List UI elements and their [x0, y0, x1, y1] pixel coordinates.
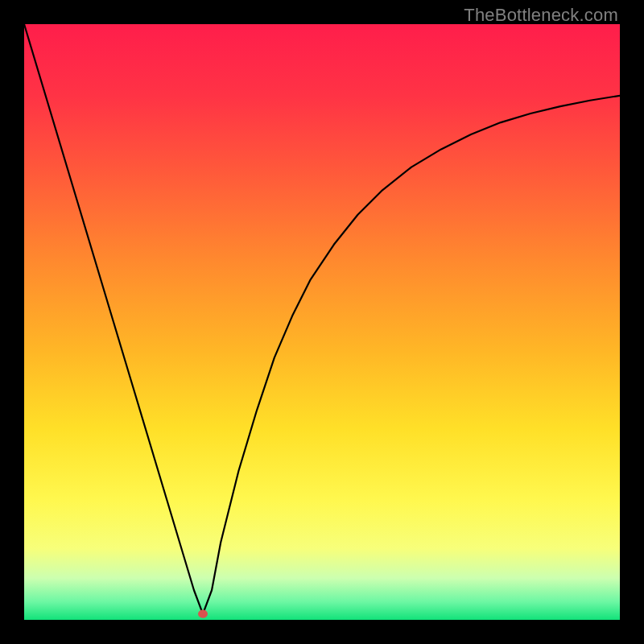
plot-area — [24, 24, 620, 620]
chart-frame: TheBottleneck.com — [0, 0, 644, 644]
curve-path — [24, 24, 620, 614]
watermark-text: TheBottleneck.com — [464, 5, 618, 26]
bottleneck-curve — [24, 24, 620, 620]
minimum-marker — [198, 610, 208, 618]
